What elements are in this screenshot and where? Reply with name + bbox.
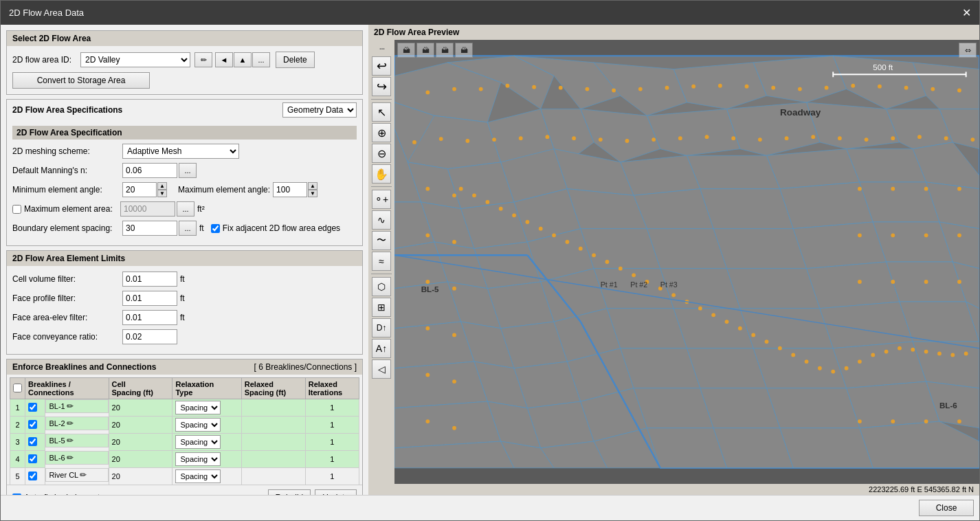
row-check bbox=[25, 434, 45, 451]
specs-section-header: 2D Flow Area Specifications Geometry Dat… bbox=[7, 100, 362, 120]
edit-id-button[interactable]: ✏ bbox=[194, 52, 212, 67]
face-profile-input[interactable] bbox=[122, 291, 177, 306]
wave-tool-button[interactable]: ≈ bbox=[372, 252, 391, 271]
layer2-button[interactable]: 🏔 bbox=[416, 43, 434, 58]
specs-content: 2D Flow Area Specification 2D meshing sc… bbox=[7, 120, 362, 245]
max-area-more-button[interactable]: ... bbox=[177, 201, 194, 217]
max-area-label: Maximum element area: bbox=[24, 204, 120, 214]
svg-marker-45 bbox=[647, 229, 726, 269]
relaxation-select-4[interactable]: Spacing bbox=[175, 469, 221, 483]
max-area-input[interactable] bbox=[120, 201, 175, 217]
min-angle-input[interactable] bbox=[122, 182, 157, 197]
row-edit-2[interactable]: ✏ bbox=[67, 436, 74, 445]
geometry-data-select[interactable]: Geometry Data bbox=[282, 102, 357, 118]
fit-view-button[interactable]: ⇔ bbox=[959, 43, 977, 58]
row-checkbox-2[interactable] bbox=[28, 437, 37, 446]
relaxation-select-1[interactable]: Spacing bbox=[175, 418, 221, 432]
map-canvas[interactable]: 🏔 🏔 🏔 🏔 ⇔ bbox=[394, 40, 979, 484]
relaxation-select-0[interactable]: Spacing bbox=[175, 401, 221, 414]
bottom-controls-row: Auto-fix bad elements Rebuild Update bbox=[7, 485, 362, 495]
max-angle-up[interactable]: ▲ bbox=[308, 182, 318, 190]
face-conveyance-input[interactable] bbox=[122, 329, 177, 344]
col-header-name: Breaklines /Connections bbox=[25, 378, 109, 399]
svg-point-114 bbox=[904, 86, 909, 90]
limits-content: Cell volume filter: ft Face profile filt… bbox=[7, 266, 362, 354]
select-all-checkbox[interactable] bbox=[13, 384, 22, 392]
boundary-spacing-input[interactable] bbox=[122, 221, 177, 236]
line-tool-button[interactable]: ∿ bbox=[372, 210, 391, 230]
cell-volume-row: Cell volume filter: ft bbox=[12, 271, 357, 287]
max-area-checkbox[interactable] bbox=[12, 205, 21, 214]
nav-up-button[interactable]: ▲ bbox=[234, 52, 252, 67]
row-edit-4[interactable]: ✏ bbox=[80, 470, 87, 480]
zoom-out-button[interactable]: ⊖ bbox=[372, 144, 391, 163]
delete-button[interactable]: Delete bbox=[276, 52, 315, 68]
row-relaxed-spacing bbox=[241, 417, 305, 434]
row-relaxation: Spacing bbox=[172, 468, 241, 485]
svg-marker-76 bbox=[753, 348, 846, 388]
boundary-more-button[interactable]: ... bbox=[179, 221, 197, 236]
row-checkbox-4[interactable] bbox=[28, 472, 37, 480]
node-tool-button[interactable]: ⚬+ bbox=[372, 190, 391, 209]
row-checkbox-0[interactable] bbox=[28, 403, 37, 412]
row-relaxation: Spacing bbox=[172, 399, 241, 417]
layer1-button[interactable]: 🏔 bbox=[397, 43, 415, 58]
layer4-button[interactable]: 🏔 bbox=[455, 43, 473, 58]
min-angle-down[interactable]: ▼ bbox=[157, 190, 167, 197]
svg-point-163 bbox=[778, 346, 782, 351]
collapse-toolbar-button[interactable]: ◁ bbox=[372, 359, 391, 379]
svg-marker-79 bbox=[394, 401, 501, 448]
layer3-button[interactable]: 🏔 bbox=[436, 43, 454, 58]
grid-tool-button[interactable]: ⊞ bbox=[372, 298, 391, 317]
cell-volume-input[interactable] bbox=[122, 271, 177, 287]
max-angle-input[interactable] bbox=[273, 182, 307, 197]
row-name: River CL ✏ bbox=[45, 468, 108, 482]
breaklines-table: Breaklines /Connections CellSpacing (ft)… bbox=[10, 377, 359, 485]
rebuild-button[interactable]: Rebuild bbox=[268, 489, 311, 495]
update-button[interactable]: Update bbox=[315, 489, 357, 495]
curve-tool-button[interactable]: 〜 bbox=[372, 231, 391, 250]
redo-button[interactable]: ↪ bbox=[372, 77, 391, 96]
max-angle-down[interactable]: ▼ bbox=[308, 190, 318, 197]
relaxation-select-2[interactable]: Spacing bbox=[175, 435, 221, 449]
row-edit-0[interactable]: ✏ bbox=[67, 401, 74, 411]
nav-more-button[interactable]: ... bbox=[252, 52, 270, 67]
row-edit-1[interactable]: ✏ bbox=[67, 419, 74, 428]
ruler-tool-button[interactable]: D↑ bbox=[372, 318, 391, 337]
nav-left-button[interactable]: ◄ bbox=[215, 52, 233, 67]
mannings-input[interactable]: 0.06 bbox=[122, 163, 177, 178]
svg-marker-68 bbox=[900, 302, 979, 342]
svg-point-195 bbox=[891, 233, 895, 237]
meshing-select[interactable]: Adaptive Mesh bbox=[122, 144, 239, 159]
row-checkbox-3[interactable] bbox=[28, 454, 37, 463]
row-name: BL-5 ✏ bbox=[45, 434, 108, 447]
convert-button[interactable]: Convert to Storage Area bbox=[12, 72, 150, 89]
svg-marker-60 bbox=[394, 322, 474, 368]
mannings-more-button[interactable]: ... bbox=[179, 163, 197, 178]
row-edit-3[interactable]: ✏ bbox=[67, 453, 74, 463]
undo-button[interactable]: ↩ bbox=[372, 56, 391, 76]
row-checkbox-1[interactable] bbox=[28, 420, 37, 429]
svg-point-128 bbox=[705, 135, 709, 139]
svg-point-203 bbox=[891, 419, 895, 423]
svg-point-181 bbox=[452, 240, 456, 244]
pan-button[interactable]: ✋ bbox=[372, 164, 391, 184]
select-area-content: 2D flow area ID: 2D Valley ✏ ◄ ▲ ... Del… bbox=[7, 46, 362, 94]
row-iterations: 1 bbox=[305, 417, 359, 434]
close-button[interactable]: Close bbox=[919, 500, 974, 516]
polygon-tool-button[interactable]: ⬡ bbox=[372, 277, 391, 296]
text-tool-button[interactable]: A↑ bbox=[372, 339, 391, 358]
min-angle-up[interactable]: ▲ bbox=[157, 182, 167, 190]
enforce-section: Enforce Breaklines and Connections [ 6 B… bbox=[6, 359, 363, 495]
svg-point-145 bbox=[539, 227, 543, 231]
relaxation-select-3[interactable]: Spacing bbox=[175, 452, 221, 466]
face-area-input[interactable] bbox=[122, 310, 177, 325]
select-tool-button[interactable]: ↖ bbox=[372, 102, 391, 122]
fix-adjacent-checkbox[interactable] bbox=[211, 224, 220, 233]
table-row: 4 BL-6 ✏ 20 Spacing 1 bbox=[10, 451, 359, 468]
flow-area-id-select[interactable]: 2D Valley bbox=[80, 52, 190, 67]
svg-point-170 bbox=[871, 353, 875, 357]
window-close-button[interactable]: ✕ bbox=[962, 6, 971, 19]
svg-point-103 bbox=[612, 89, 616, 93]
zoom-in-button[interactable]: ⊕ bbox=[372, 123, 391, 142]
